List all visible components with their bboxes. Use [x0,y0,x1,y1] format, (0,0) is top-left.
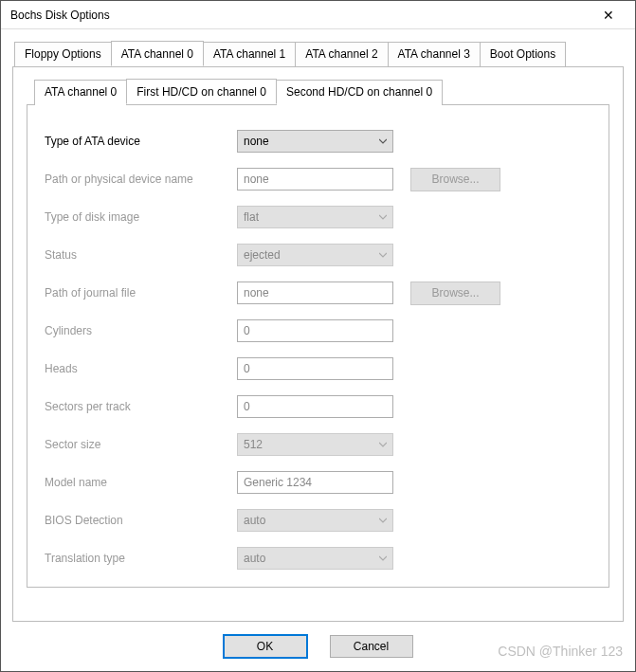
label-status: Status [43,248,237,262]
select-image-type-value: flat [244,210,259,224]
input-heads[interactable]: 0 [237,357,393,380]
row-cylinders: Cylinders 0 [43,312,593,350]
chevron-down-icon [379,137,387,145]
window-title: Bochs Disk Options [10,9,590,22]
row-model: Model name Generic 1234 [43,463,593,501]
row-device-type: Type of ATA device none [43,122,593,160]
inner-tab-first-hd-cd[interactable]: First HD/CD on channel 0 [126,79,277,104]
chevron-down-icon [379,251,387,259]
inner-tab-ata-channel-0[interactable]: ATA channel 0 [34,80,127,105]
input-model-value: Generic 1234 [244,476,312,489]
row-sector-size: Sector size 512 [43,426,593,463]
select-bios-value: auto [244,514,265,527]
select-device-type-value: none [244,135,269,148]
chevron-down-icon [379,517,387,524]
input-cylinders[interactable]: 0 [237,319,393,342]
label-sectors: Sectors per track [43,400,237,413]
input-sectors-value: 0 [244,400,250,413]
close-button[interactable]: ✕ [590,2,627,28]
label-bios: BIOS Detection [43,514,237,527]
dialog-button-row: OK Cancel [12,622,624,671]
input-journal-value: none [244,286,269,300]
label-path: Path or physical device name [43,173,237,186]
tab-floppy-options[interactable]: Floppy Options [14,42,112,67]
close-icon: ✕ [603,8,614,23]
input-heads-value: 0 [244,362,250,375]
dialog-window: Bochs Disk Options ✕ Floppy Options ATA … [0,0,636,672]
row-journal: Path of journal file none Browse... [43,274,593,312]
select-bios: auto [237,509,393,532]
browse-path-button[interactable]: Browse... [410,168,500,191]
input-model[interactable]: Generic 1234 [237,471,393,494]
input-sectors[interactable]: 0 [237,395,393,418]
tab-ata-channel-3[interactable]: ATA channel 3 [388,42,481,67]
select-status: ejected [237,244,393,266]
tab-ata-channel-1[interactable]: ATA channel 1 [203,42,296,67]
chevron-down-icon [379,441,387,448]
input-journal[interactable]: none [237,282,393,304]
label-image-type: Type of disk image [43,210,237,224]
row-heads: Heads 0 [43,350,593,388]
select-translation-value: auto [244,552,265,565]
row-path: Path or physical device name none Browse… [43,160,593,198]
inner-tab-strip: ATA channel 0 First HD/CD on channel 0 S… [34,79,609,104]
input-path-value: none [244,173,269,186]
tab-boot-options[interactable]: Boot Options [480,42,566,67]
select-sector-size-value: 512 [244,438,263,451]
cancel-button[interactable]: Cancel [330,635,413,658]
select-sector-size: 512 [237,433,393,456]
row-bios: BIOS Detection auto [43,501,593,539]
input-path[interactable]: none [237,168,393,191]
select-translation: auto [237,547,393,570]
inner-tab-panel: Type of ATA device none Path or physical… [27,104,609,588]
inner-tab-second-hd-cd[interactable]: Second HD/CD on channel 0 [276,80,443,105]
row-image-type: Type of disk image flat [43,198,593,236]
label-device-type: Type of ATA device [43,135,237,148]
browse-journal-button[interactable]: Browse... [410,282,500,305]
label-translation: Translation type [43,552,237,565]
select-image-type: flat [237,206,393,228]
row-sectors: Sectors per track 0 [43,388,593,426]
row-status: Status ejected [43,236,593,274]
tab-ata-channel-0[interactable]: ATA channel 0 [111,41,204,66]
row-translation: Translation type auto [43,539,593,577]
title-bar: Bochs Disk Options ✕ [1,1,635,29]
outer-tab-strip: Floppy Options ATA channel 0 ATA channel… [14,41,624,66]
select-status-value: ejected [244,248,281,262]
label-sector-size: Sector size [43,438,237,451]
outer-tab-panel: ATA channel 0 First HD/CD on channel 0 S… [12,66,624,622]
label-cylinders: Cylinders [43,324,237,337]
label-heads: Heads [43,362,237,375]
input-cylinders-value: 0 [244,324,250,337]
label-model: Model name [43,476,237,489]
chevron-down-icon [379,554,387,562]
client-area: Floppy Options ATA channel 0 ATA channel… [1,29,635,671]
label-journal: Path of journal file [43,286,237,300]
chevron-down-icon [379,213,387,221]
tab-ata-channel-2[interactable]: ATA channel 2 [295,42,388,67]
select-device-type[interactable]: none [237,130,393,153]
ok-button[interactable]: OK [224,635,307,658]
